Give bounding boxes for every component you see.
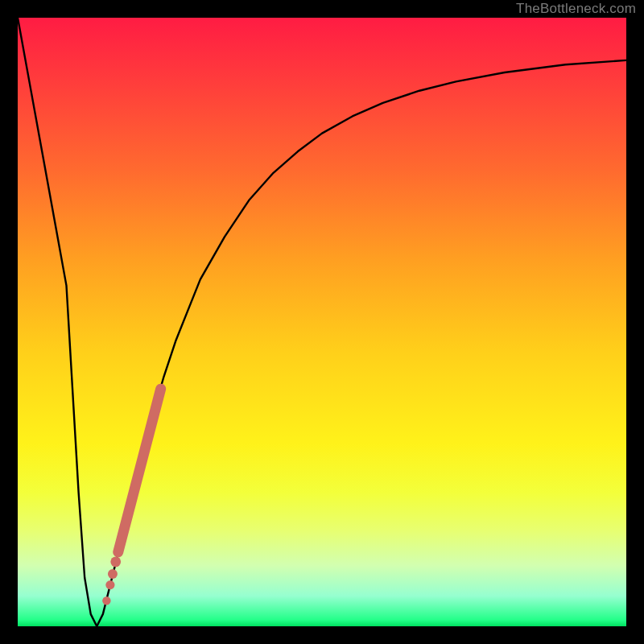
highlight-band	[118, 389, 161, 552]
bottleneck-curve	[18, 18, 626, 626]
plot-area	[18, 18, 626, 626]
highlight-dot	[110, 556, 121, 567]
chart-root: TheBottleneck.com	[0, 0, 644, 644]
highlight-dot	[105, 580, 114, 589]
watermark-text: TheBottleneck.com	[516, 0, 636, 18]
curve-layer	[18, 18, 626, 626]
highlight-dot	[108, 569, 118, 579]
highlight-dot	[102, 597, 110, 605]
highlight-dots	[102, 556, 121, 605]
